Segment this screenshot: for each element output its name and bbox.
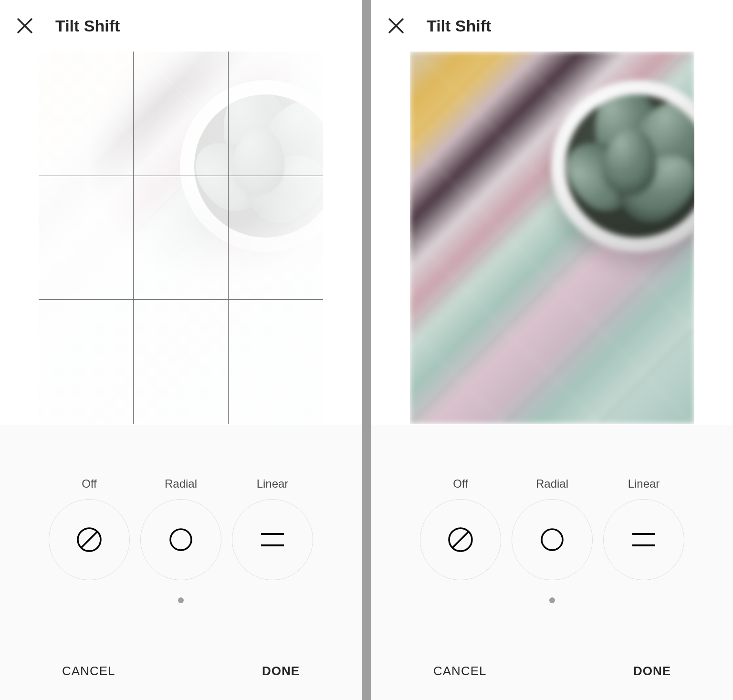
photo-preview[interactable] — [410, 52, 694, 424]
svg-line-3 — [82, 532, 97, 547]
page-indicator — [371, 580, 733, 603]
tilt-off-icon — [76, 526, 103, 553]
option-radial[interactable]: Radial — [508, 477, 596, 580]
tilt-linear-icon — [257, 526, 288, 553]
image-preview-area[interactable] — [0, 52, 362, 425]
page-title: Tilt Shift — [55, 17, 120, 35]
tilt-shift-focus-region[interactable] — [39, 52, 323, 424]
footer-actions: CANCEL DONE — [371, 642, 733, 700]
done-button[interactable]: DONE — [262, 664, 300, 679]
svg-point-11 — [542, 529, 563, 550]
header: Tilt Shift — [371, 0, 733, 52]
tilt-radial-icon — [168, 526, 194, 553]
pane-divider — [362, 0, 371, 700]
close-button[interactable] — [387, 16, 406, 35]
option-linear[interactable]: Linear — [600, 477, 688, 580]
option-label: Off — [82, 477, 97, 491]
controls-panel: Off Radial — [371, 425, 733, 700]
page-dot — [549, 597, 555, 603]
photo-preview[interactable] — [39, 52, 323, 424]
tilt-mode-options: Off Radial — [371, 425, 733, 580]
cancel-button[interactable]: CANCEL — [62, 664, 115, 679]
tilt-radial-icon — [539, 526, 565, 553]
page-indicator — [0, 580, 362, 603]
close-icon — [387, 17, 405, 34]
tilt-mode-options: Off Radial — [0, 425, 362, 580]
page-dot — [178, 597, 184, 603]
tilt-shift-editor-left: Tilt Shift — [0, 0, 362, 700]
option-label: Radial — [165, 477, 197, 491]
controls-panel: Off Radial — [0, 425, 362, 700]
option-off[interactable]: Off — [45, 477, 133, 580]
tilt-shift-editor-right: Tilt Shift — [371, 0, 733, 700]
svg-point-4 — [170, 529, 191, 550]
close-icon — [16, 17, 33, 34]
close-button[interactable] — [15, 16, 34, 35]
footer-actions: CANCEL DONE — [0, 642, 362, 700]
option-label: Off — [453, 477, 468, 491]
header: Tilt Shift — [0, 0, 362, 52]
cancel-button[interactable]: CANCEL — [433, 664, 486, 679]
svg-line-10 — [453, 532, 468, 547]
done-button[interactable]: DONE — [633, 664, 671, 679]
image-preview-area[interactable] — [371, 52, 733, 425]
option-label: Linear — [257, 477, 289, 491]
option-off[interactable]: Off — [417, 477, 504, 580]
tilt-off-icon — [447, 526, 474, 553]
option-label: Radial — [536, 477, 568, 491]
tilt-linear-icon — [628, 526, 659, 553]
page-title: Tilt Shift — [427, 17, 491, 35]
option-radial[interactable]: Radial — [137, 477, 225, 580]
option-label: Linear — [628, 477, 660, 491]
option-linear[interactable]: Linear — [229, 477, 316, 580]
